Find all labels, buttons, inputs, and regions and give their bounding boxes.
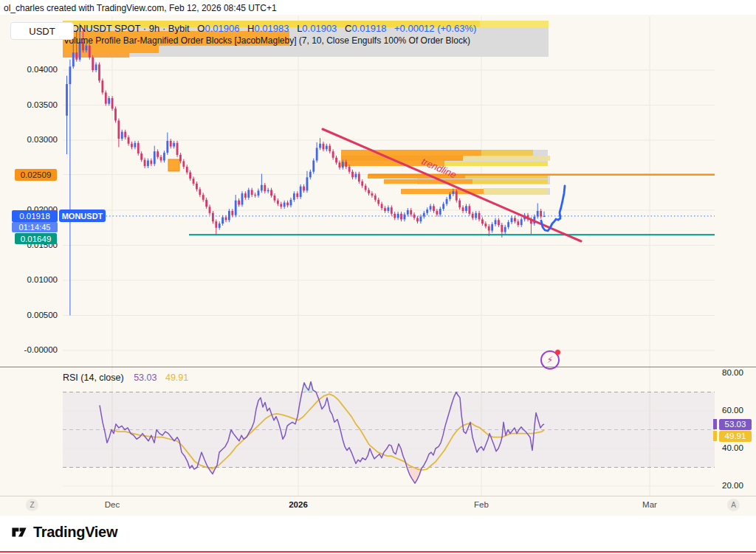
candle-body [72,52,75,66]
candle-body [520,219,523,225]
rsi-axis-label[interactable]: 20.00 [722,481,743,490]
candle-body [381,204,383,208]
flash-boost-icon[interactable]: ⚡ [540,350,560,370]
bottom-red-divider [0,551,756,553]
candle-body [166,141,168,153]
candle-body [193,179,195,184]
rsi-axis-tick-purple [713,419,717,429]
candle-body [423,213,425,217]
candle-body [348,167,351,172]
candle-body [286,203,289,206]
time-axis-label[interactable]: Mar [642,500,657,509]
symbol-price-tag[interactable]: MONUSDT [59,210,106,222]
currency-toggle-button[interactable]: USDT [10,22,74,40]
change-value: +0.00012 (+0.63%) [394,23,476,34]
candle-body [442,204,444,209]
candle-body [124,132,126,138]
price-axis-label[interactable]: -0.00000 [0,345,58,354]
candle-body [329,146,331,152]
rsi-axis-label[interactable]: 60.00 [722,406,743,415]
candle-body [261,185,263,191]
candle-body [225,218,227,221]
candle-body [205,200,207,207]
candle-body [173,143,175,147]
candle-body [371,193,374,195]
order-block [384,179,472,184]
time-axis-chip-z[interactable]: Z [26,499,38,511]
candle-body [105,92,107,103]
candle-body [300,187,302,197]
candle-body [231,211,233,215]
candle-body [296,193,298,197]
price-axis-label[interactable]: 0.03000 [0,135,58,144]
candle-body [511,218,513,222]
time-axis-label[interactable]: Feb [474,500,489,509]
pane-separator-line[interactable] [0,367,756,367]
order-block [484,189,548,194]
candle-body [468,206,470,213]
candle-body [332,151,334,158]
candle-body [89,46,91,58]
candle-body [284,203,286,207]
candle-body [267,190,269,191]
candle-body [186,167,188,173]
candle-body [254,195,256,195]
candle-body [199,190,201,195]
candle-body [410,210,412,215]
candle-body [274,195,276,201]
rsi-title: RSI [63,373,78,383]
candle-body [407,210,409,215]
candle-body [303,187,305,191]
candle-body [465,206,467,211]
candle-body [517,221,519,225]
price-axis-label[interactable]: 0.03500 [0,100,58,109]
candle-body [221,218,224,224]
time-axis-label[interactable]: Dec [105,500,120,509]
tradingview-logo[interactable]: TradingView [10,523,117,541]
candle-body [339,162,341,167]
candle-body [131,144,133,148]
candle-body [219,224,221,228]
candle-body [439,209,441,215]
close-value: 0.01918 [351,23,386,34]
candle-body [504,227,506,232]
candle-body [335,158,337,163]
symbol-title: MONUSDT SPOT · 9h · Bybit [63,23,190,34]
order-block [63,46,159,53]
candle-body [251,190,253,195]
symbol-legend[interactable]: MONUSDT SPOT · 9h · Bybit O0.01906 H0.01… [63,23,476,34]
indicator-legend[interactable]: Volume Profile Bar-Magnified Order Block… [63,35,470,46]
tradingview-logo-icon [10,523,28,541]
price-axis-label[interactable]: 0.01000 [0,275,58,284]
rsi-axis-tick-yellow [713,431,717,441]
candle-body [121,132,123,139]
rsi-axis-label[interactable]: 40.00 [722,443,743,452]
candle-body [270,190,272,195]
candle-body [117,120,120,139]
candle-body [484,224,487,226]
candle-body [247,190,250,197]
candle-body [95,64,97,70]
notification-dot [555,350,560,355]
candle-body [377,200,379,204]
low-value: 0.01903 [302,23,337,34]
candle-body [85,46,87,51]
price-axis-label[interactable]: 0.04000 [0,65,58,74]
candle-body [92,58,94,70]
time-axis-label[interactable]: 2026 [289,500,308,509]
attribution-text: ol_charles created with TradingView.com,… [4,3,277,13]
price-axis-label[interactable]: 0.00500 [0,311,58,319]
candle-body [342,162,344,167]
candle-body [147,161,149,167]
order-block [168,159,179,171]
candle-body [163,153,165,160]
rsi-axis-label[interactable]: 80.00 [722,368,743,377]
time-axis-chip-a[interactable]: A [727,499,740,511]
candle-body [501,225,503,232]
candle-body [361,181,363,186]
candle-body [144,160,146,167]
rsi-legend[interactable]: RSI (14, close) 53.03 49.91 [63,373,188,383]
candle-body [176,143,179,155]
candle-body [98,64,100,80]
candle-body [495,220,497,224]
